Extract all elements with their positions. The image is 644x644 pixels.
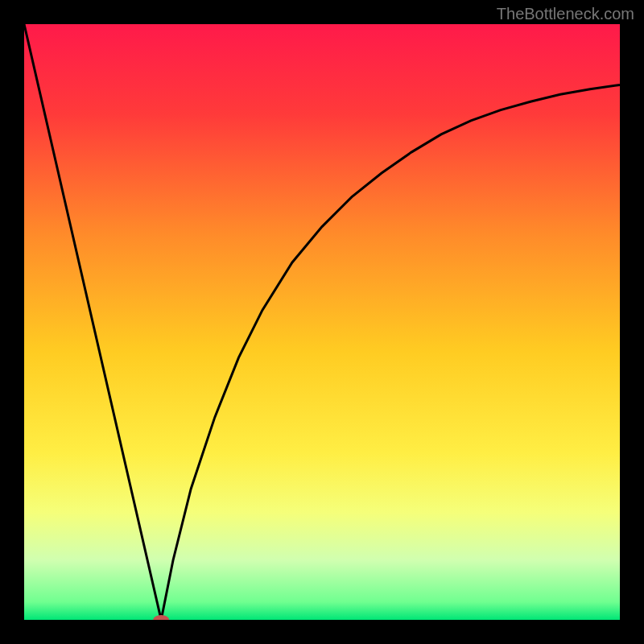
chart-svg	[24, 24, 620, 620]
gradient-background	[24, 24, 620, 620]
chart-container: TheBottleneck.com	[0, 0, 644, 644]
plot-area	[24, 24, 620, 620]
watermark-text: TheBottleneck.com	[497, 5, 634, 23]
